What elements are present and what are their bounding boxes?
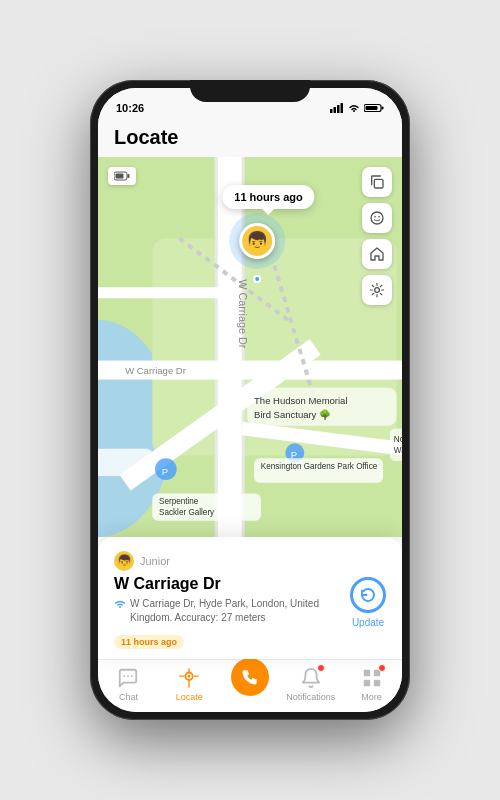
smiley-icon: [369, 210, 385, 226]
app-header: Locate: [98, 122, 402, 157]
svg-text:The Hudson Memorial: The Hudson Memorial: [254, 395, 347, 406]
svg-point-48: [127, 675, 129, 677]
svg-rect-55: [373, 680, 379, 686]
chat-icon: [117, 667, 139, 689]
svg-text:Sackler Gallery: Sackler Gallery: [159, 508, 215, 517]
emoji-tool-button[interactable]: [362, 203, 392, 233]
nav-locate-label: Locate: [176, 692, 203, 702]
status-time: 10:26: [116, 102, 144, 114]
nav-item-locate[interactable]: Locate: [159, 666, 220, 702]
card-street-name: W Carriage Dr: [114, 575, 338, 593]
battery-map-icon: [114, 171, 130, 181]
location-info: W Carriage Dr W Carriage Dr, Hyde Park, …: [114, 575, 338, 649]
svg-rect-52: [363, 670, 369, 676]
svg-text:Kensington Gardens Park Office: Kensington Gardens Park Office: [261, 462, 378, 471]
svg-text:Serpentine: Serpentine: [159, 497, 199, 506]
svg-rect-24: [98, 449, 152, 476]
svg-rect-2: [337, 105, 340, 113]
settings-tool-button[interactable]: [362, 275, 392, 305]
avatar-pin: 👦: [239, 223, 275, 259]
page-title: Locate: [114, 126, 386, 149]
svg-text:P: P: [162, 466, 168, 477]
map-tools-right: [362, 167, 392, 305]
location-dot: [253, 275, 261, 283]
nav-more-label: More: [361, 692, 382, 702]
user-avatar: 👦: [239, 223, 275, 259]
copy-icon: [369, 174, 385, 190]
svg-rect-1: [334, 107, 337, 113]
card-username: Junior: [140, 555, 170, 567]
svg-point-44: [374, 216, 376, 218]
bottom-nav: Chat Locate: [98, 659, 402, 712]
update-label: Update: [352, 617, 384, 628]
card-avatar-small: 👦: [114, 551, 134, 571]
svg-point-43: [371, 212, 383, 224]
svg-rect-54: [363, 680, 369, 686]
svg-text:Bird Sanctuary 🌳: Bird Sanctuary 🌳: [254, 409, 331, 421]
time-ago-badge: 11 hours ago: [114, 635, 184, 649]
svg-point-51: [188, 675, 191, 678]
wifi-status-icon: [348, 103, 360, 113]
svg-point-46: [375, 288, 380, 293]
svg-text:W Carriage Dr: W Carriage Dr: [237, 279, 249, 349]
svg-rect-41: [116, 174, 124, 179]
svg-rect-3: [341, 103, 344, 113]
svg-text:Norw: Norw: [394, 435, 402, 444]
map-container[interactable]: The Hudson Memorial Bird Sanctuary 🌳 P T…: [98, 157, 402, 537]
more-badge-dot: [378, 664, 386, 672]
signal-icon: [330, 103, 344, 113]
notification-badge-dot: [317, 664, 325, 672]
status-icons: [330, 103, 384, 113]
svg-rect-11: [215, 157, 218, 537]
svg-rect-0: [330, 109, 333, 113]
location-tooltip: 11 hours ago: [222, 185, 314, 209]
nav-item-more[interactable]: More: [341, 666, 402, 702]
phone-icon: [240, 667, 260, 687]
svg-rect-19: [247, 388, 396, 426]
svg-rect-40: [128, 174, 130, 178]
phone-outer: 10:26: [90, 80, 410, 720]
gear-icon: [369, 282, 385, 298]
refresh-icon: [359, 586, 377, 604]
svg-point-47: [124, 675, 126, 677]
nav-chat-label: Chat: [119, 692, 138, 702]
home-tool-button[interactable]: [362, 239, 392, 269]
svg-rect-42: [374, 179, 383, 188]
nav-item-notifications[interactable]: Notifications: [280, 666, 341, 702]
nav-item-call[interactable]: [220, 670, 281, 698]
svg-point-49: [131, 675, 133, 677]
phone-screen: 10:26: [98, 88, 402, 712]
svg-rect-5: [382, 107, 384, 110]
battery-icon: [364, 103, 384, 113]
svg-text:War Me: War Me: [394, 446, 402, 455]
home-icon: [369, 246, 385, 262]
wifi-icon: [114, 599, 126, 609]
copy-tool-button[interactable]: [362, 167, 392, 197]
svg-point-45: [378, 216, 380, 218]
svg-text:W Carriage Dr: W Carriage Dr: [125, 365, 186, 376]
nav-notifications-label: Notifications: [286, 692, 335, 702]
svg-rect-6: [366, 106, 378, 110]
notch: [190, 80, 310, 102]
card-address: W Carriage Dr, Hyde Park, London, United…: [130, 597, 338, 625]
locate-icon: [178, 667, 200, 689]
location-card: 👦 Junior W Carriage Dr W Carriage Dr, Hy…: [98, 537, 402, 659]
map-tool-left[interactable]: [108, 167, 136, 185]
card-user-row: 👦 Junior: [114, 551, 386, 571]
update-button[interactable]: Update: [350, 575, 386, 628]
svg-rect-34: [390, 428, 402, 461]
nav-item-chat[interactable]: Chat: [98, 666, 159, 702]
